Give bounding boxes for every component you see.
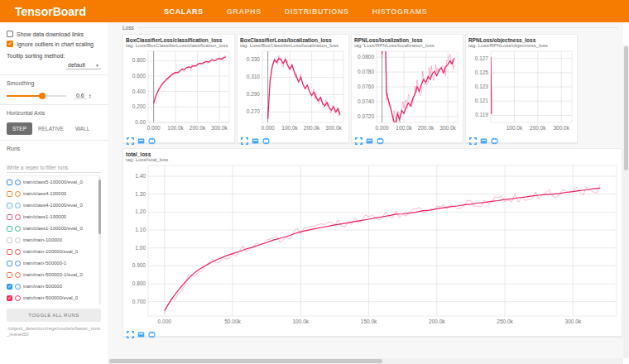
fit-domain-icon[interactable]	[148, 327, 156, 334]
run-row[interactable]: train/class5-100000/eval_0	[7, 176, 101, 188]
svg-text:0.0800: 0.0800	[358, 54, 374, 60]
run-row[interactable]: train/train-500000/eval_0	[7, 292, 101, 304]
ignore-outliers-checkbox[interactable]: Ignore outliers in chart scaling	[7, 41, 101, 47]
svg-text:1.10: 1.10	[135, 227, 146, 232]
run-checkbox-icon[interactable]	[7, 249, 12, 255]
chart-toolbar	[468, 132, 574, 142]
vertical-scrollbar-thumb[interactable]	[624, 46, 628, 170]
axis-relative-button[interactable]: RELATIVE	[32, 122, 70, 135]
run-checkbox-icon[interactable]	[7, 191, 12, 197]
fit-domain-icon[interactable]	[491, 133, 498, 141]
svg-text:100.0k: 100.0k	[293, 318, 310, 324]
tooltip-sorting-label: Tooltip sorting method:	[7, 53, 65, 59]
checkbox-checked-icon[interactable]	[7, 41, 13, 47]
category-label[interactable]: Loss	[122, 25, 134, 31]
toggle-all-runs-button[interactable]: TOGGLE ALL RUNS	[7, 309, 101, 322]
run-row[interactable]: train/train-100000/eval_0	[7, 246, 101, 257]
run-row[interactable]: train/train-500000-1/eval_0	[7, 269, 101, 280]
svg-text:250.0k: 250.0k	[497, 318, 513, 324]
runs-filter-input[interactable]	[7, 163, 101, 173]
vertical-scrollbar[interactable]	[623, 45, 629, 358]
tab-histograms[interactable]: HISTOGRAMS	[372, 7, 428, 16]
run-checkbox-icon[interactable]	[7, 295, 12, 301]
run-name: train/class4-100000/eval_0	[23, 203, 83, 208]
expand-icon[interactable]	[241, 133, 248, 141]
expand-icon[interactable]	[127, 133, 134, 141]
tab-distributions[interactable]: DISTRIBUTIONS	[285, 7, 349, 16]
axis-step-button[interactable]: STEP	[7, 122, 32, 135]
chart-plot[interactable]: 0.8000.6000.4000.2000.000.000100.0k200.0…	[126, 49, 232, 132]
log-scale-icon[interactable]	[137, 327, 145, 334]
checkbox-icon[interactable]	[7, 31, 13, 37]
tab-scalars[interactable]: SCALARS	[164, 7, 204, 16]
run-row[interactable]: train/train-100000	[7, 234, 101, 246]
run-checkbox-icon[interactable]	[7, 237, 12, 243]
run-checkbox-icon[interactable]	[7, 214, 12, 220]
run-row[interactable]: train/class4-100000	[7, 188, 101, 199]
run-name: train/train-100000	[23, 237, 62, 242]
chart-title: RPNLoss/localization_loss	[354, 37, 460, 43]
chevron-down-icon: ▼	[95, 63, 99, 68]
run-row[interactable]: train/class1-100000/eval_0	[7, 223, 101, 234]
tab-graphs[interactable]: GRAPHS	[227, 7, 262, 16]
chart-toolbar	[126, 132, 232, 142]
app-title: TensorBoard	[15, 5, 131, 18]
log-scale-icon[interactable]	[137, 133, 145, 141]
fit-domain-icon[interactable]	[148, 133, 156, 141]
run-color-ring-icon	[15, 237, 21, 243]
axis-wall-button[interactable]: WALL	[70, 122, 95, 135]
run-checkbox-icon[interactable]	[7, 226, 12, 232]
chart-plot[interactable]: 0.3300.3100.2900.2700.000100.0k200.0k300…	[240, 49, 346, 132]
svg-text:300.0k: 300.0k	[211, 125, 228, 131]
show-download-links-checkbox[interactable]: Show data download links	[7, 31, 101, 37]
log-scale-icon[interactable]	[480, 133, 487, 141]
chart-plot[interactable]: 1.401.301.201.101.000.9000.8000.7000.000…	[126, 163, 619, 325]
run-checkbox-icon[interactable]	[7, 284, 12, 290]
svg-text:0.270: 0.270	[247, 108, 261, 114]
chart-plot[interactable]: 0.1270.1250.1230.1210.119100.0k200.0k300…	[468, 49, 574, 132]
tooltip-sorting-select[interactable]: default ▼	[66, 61, 101, 69]
chart-title: BoxClassifierLoss/classification_loss	[126, 37, 232, 43]
run-checkbox-icon[interactable]	[7, 261, 12, 266]
chart-toolbar	[240, 132, 346, 142]
horizontal-scrollbar-thumb[interactable]	[109, 359, 382, 363]
run-row[interactable]: train/train-500000	[7, 280, 101, 292]
log-scale-icon[interactable]	[252, 133, 259, 141]
svg-text:1.40: 1.40	[135, 173, 146, 179]
expand-icon[interactable]	[355, 133, 363, 141]
run-checkbox-icon[interactable]	[7, 272, 12, 278]
svg-text:0.0720: 0.0720	[358, 113, 374, 119]
smoothing-slider[interactable]	[7, 95, 66, 97]
divider	[0, 104, 108, 105]
expand-icon[interactable]	[127, 327, 134, 334]
svg-text:0.800: 0.800	[132, 280, 146, 286]
smoothing-value[interactable]: 0.6	[74, 93, 87, 99]
svg-text:0.000: 0.000	[146, 125, 161, 131]
run-row[interactable]: train/train-500000-1	[7, 257, 101, 269]
runs-list: train/class5-100000/eval_0 train/class4-…	[7, 175, 101, 304]
fit-domain-icon[interactable]	[262, 133, 270, 141]
svg-text:200.0k: 200.0k	[190, 125, 206, 131]
expand-icon[interactable]	[469, 133, 477, 141]
run-checkbox-icon[interactable]	[7, 180, 12, 185]
svg-text:200.0k: 200.0k	[418, 125, 435, 131]
svg-text:300.0k: 300.0k	[553, 125, 569, 131]
run-checkbox-icon[interactable]	[7, 203, 12, 208]
svg-text:150.0k: 150.0k	[361, 318, 377, 324]
run-row[interactable]: train/class1-100000	[7, 211, 101, 223]
fit-domain-icon[interactable]	[377, 133, 384, 141]
run-name: train/class5-100000/eval_0	[23, 180, 83, 184]
chart-plot[interactable]: 0.08000.07800.07600.07400.07200.000100.0…	[354, 49, 460, 132]
spinner-icon[interactable]: ▲▼	[89, 93, 92, 99]
log-scale-icon[interactable]	[366, 133, 373, 141]
svg-text:0.900: 0.900	[132, 262, 146, 268]
run-color-ring-icon	[15, 180, 21, 185]
large-card-holder: total_loss tag: Loss/total_loss 1.401.30…	[122, 148, 623, 337]
top-tabs: SCALARSGRAPHSDISTRIBUTIONSHISTOGRAMS	[164, 7, 427, 16]
category-divider	[138, 27, 618, 28]
run-row[interactable]: train/class4-100000/eval_0	[7, 199, 101, 211]
run-name: train/class1-100000	[23, 214, 66, 219]
horizontal-scrollbar[interactable]	[108, 358, 623, 364]
slider-thumb[interactable]	[39, 93, 46, 99]
runs-scrollbar-thumb[interactable]	[98, 180, 101, 234]
